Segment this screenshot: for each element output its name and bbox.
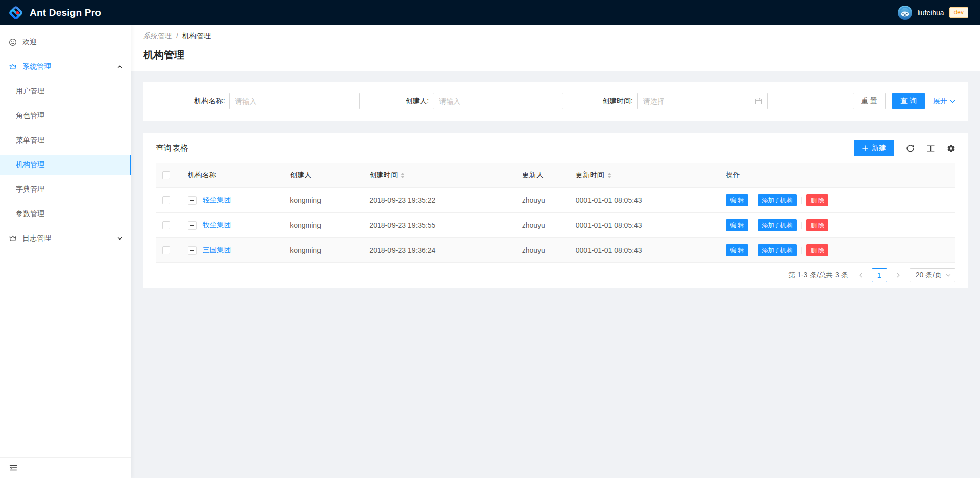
delete-button[interactable]: 删 除 (806, 219, 828, 231)
sidebar-item-label: 欢迎 (22, 38, 37, 47)
sort-toggle-update-time[interactable] (607, 173, 611, 178)
cell-update-time: 0001-01-01 08:05:43 (576, 196, 642, 204)
user-avatar[interactable] (898, 6, 912, 20)
add-child-org-button[interactable]: 添加子机构 (758, 244, 797, 256)
cell-creator: kongming (290, 221, 321, 229)
add-child-org-button[interactable]: 添加子机构 (758, 194, 797, 206)
field-creator: 创建人: (360, 93, 564, 109)
col-header-creator: 创建人 (290, 171, 311, 180)
org-name-link[interactable]: 牧尘集团 (203, 221, 231, 230)
expand-row-icon[interactable] (188, 246, 197, 255)
creator-label: 创建人: (405, 97, 429, 106)
env-tag: dev (949, 7, 968, 18)
col-header-name: 机构名称 (188, 171, 216, 180)
col-header-update-time: 更新时间 (576, 171, 604, 180)
divider (801, 197, 802, 204)
page-title: 机构管理 (143, 48, 968, 62)
column-height-icon[interactable] (926, 144, 935, 153)
sidebar-item-dict-mgmt[interactable]: 字典管理 (0, 179, 131, 200)
pagination-total: 第 1-3 条/总共 3 条 (788, 271, 848, 280)
plus-icon (862, 145, 868, 151)
org-name-input[interactable] (229, 93, 360, 109)
logo-area[interactable]: Ant Design Pro (9, 6, 101, 20)
field-create-time: 创建时间: (564, 93, 768, 109)
sidebar-item-user-mgmt[interactable]: 用户管理 (0, 81, 131, 102)
creator-input[interactable] (433, 93, 564, 109)
sidebar-item-menu-mgmt[interactable]: 菜单管理 (0, 130, 131, 151)
sidebar-item-org-mgmt[interactable]: 机构管理 (0, 155, 131, 175)
sidebar-item-system[interactable]: 系统管理 (0, 57, 131, 77)
org-name-link[interactable]: 三国集团 (203, 246, 231, 255)
expand-form-link[interactable]: 展开 (933, 97, 955, 106)
crown-icon (9, 234, 17, 243)
chevron-down-icon (946, 273, 951, 278)
sidebar-item-label: 角色管理 (16, 111, 44, 121)
sidebar-item-role-mgmt[interactable]: 角色管理 (0, 106, 131, 126)
pagination-page-1[interactable]: 1 (872, 268, 887, 282)
divider (753, 197, 753, 204)
breadcrumb: 系统管理 / 机构管理 (143, 32, 968, 41)
edit-button[interactable]: 编 辑 (726, 244, 748, 256)
query-button[interactable]: 查 询 (892, 93, 925, 109)
expand-row-icon[interactable] (188, 196, 197, 205)
caret-down-icon (607, 176, 611, 178)
pagination-prev-button[interactable] (853, 268, 868, 282)
breadcrumb-parent[interactable]: 系统管理 (143, 32, 172, 41)
delete-button[interactable]: 删 除 (806, 244, 828, 256)
cell-create-time: 2018-09-23 19:35:22 (369, 196, 435, 204)
col-header-updater: 更新人 (522, 171, 544, 180)
search-form-card: 机构名称: 创建人: 创建时间: (143, 82, 968, 121)
page-size-value: 20 条/页 (916, 271, 942, 280)
smile-icon (9, 38, 17, 46)
edit-button[interactable]: 编 辑 (726, 219, 748, 231)
org-name-link[interactable]: 轻尘集团 (203, 196, 231, 205)
create-time-picker[interactable] (637, 93, 768, 109)
cell-create-time: 2018-09-23 19:35:55 (369, 221, 435, 229)
new-button-label: 新建 (872, 144, 886, 153)
pagination-next-button[interactable] (891, 268, 905, 282)
table-row: 牧尘集团 kongming 2018-09-23 19:35:55 zhouyu… (156, 213, 955, 238)
row-checkbox[interactable] (162, 196, 170, 204)
edit-button[interactable]: 编 辑 (726, 194, 748, 206)
table-card: 查询表格 新建 (143, 133, 968, 288)
page-size-select[interactable]: 20 条/页 (910, 268, 955, 282)
sidebar: 欢迎 系统管理 用户管理 (0, 25, 131, 478)
select-all-checkbox[interactable] (162, 171, 170, 179)
settings-gear-icon[interactable] (947, 144, 955, 153)
caret-up-icon (401, 173, 405, 175)
chevron-down-icon (117, 236, 122, 241)
page-body: 机构名称: 创建人: 创建时间: (131, 71, 980, 478)
expand-row-icon[interactable] (188, 221, 197, 230)
org-table: 机构名称 创建人 创建时间 更新人 更新时间 操作 (143, 163, 968, 263)
divider (801, 222, 802, 229)
crown-icon (9, 63, 17, 71)
sidebar-collapse-trigger[interactable] (0, 457, 131, 478)
sidebar-item-log[interactable]: 日志管理 (0, 228, 131, 249)
username: liufeihua (917, 9, 944, 17)
sidebar-item-label: 字典管理 (16, 185, 44, 194)
sidebar-item-label: 参数管理 (16, 209, 44, 219)
delete-button[interactable]: 删 除 (806, 194, 828, 206)
reset-button[interactable]: 重 置 (853, 93, 886, 109)
sidebar-item-param-mgmt[interactable]: 参数管理 (0, 204, 131, 224)
new-button[interactable]: 新建 (854, 140, 894, 156)
expand-form-label: 展开 (933, 97, 947, 106)
add-child-org-button[interactable]: 添加子机构 (758, 219, 797, 231)
row-checkbox[interactable] (162, 221, 170, 229)
user-area[interactable]: liufeihua dev (898, 6, 971, 20)
sort-toggle-create-time[interactable] (401, 173, 405, 178)
calendar-icon (755, 98, 762, 105)
divider (753, 247, 753, 254)
pagination: 第 1-3 条/总共 3 条 1 20 条/页 (143, 263, 968, 288)
org-name-label: 机构名称: (194, 97, 225, 106)
caret-down-icon (401, 176, 405, 178)
sidebar-item-label: 日志管理 (22, 234, 51, 243)
sidebar-item-welcome[interactable]: 欢迎 (0, 32, 131, 53)
reload-icon[interactable] (906, 144, 915, 153)
sidebar-item-label: 菜单管理 (16, 136, 44, 145)
top-header: Ant Design Pro liufeihu (0, 0, 980, 25)
row-checkbox[interactable] (162, 246, 170, 254)
col-header-create-time: 创建时间 (369, 171, 398, 180)
table-toolbar: 查询表格 新建 (143, 133, 968, 163)
caret-up-icon (607, 173, 611, 175)
